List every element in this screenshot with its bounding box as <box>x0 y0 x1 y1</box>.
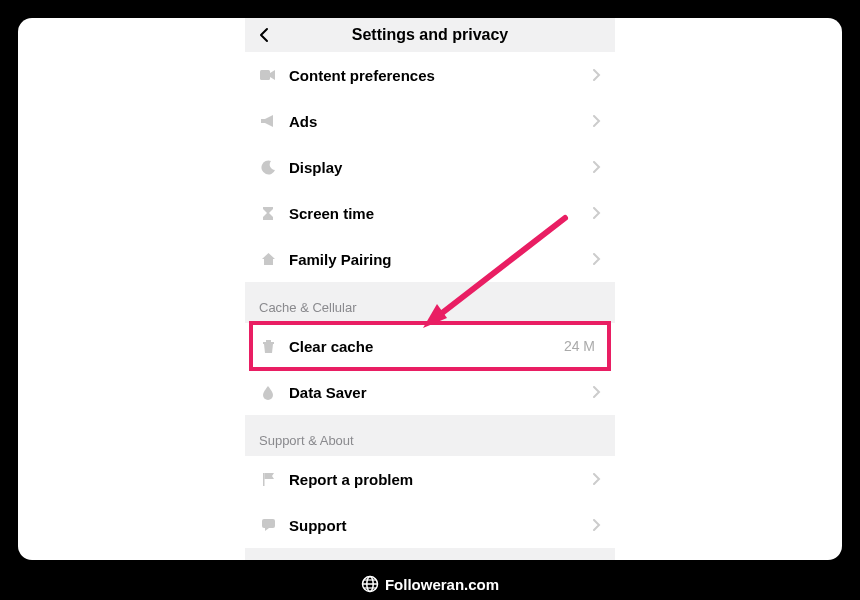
chevron-right-icon <box>593 473 601 485</box>
moon-icon <box>259 158 277 176</box>
settings-group-cache: Clear cache 24 M Data Saver <box>245 323 615 415</box>
row-screen-time[interactable]: Screen time <box>245 190 615 236</box>
row-report-problem[interactable]: Report a problem <box>245 456 615 502</box>
drop-icon <box>259 383 277 401</box>
row-label: Content preferences <box>289 67 593 84</box>
chevron-right-icon <box>593 161 601 173</box>
cache-size-value: 24 M <box>564 338 595 354</box>
row-label: Report a problem <box>289 471 593 488</box>
hourglass-icon <box>259 204 277 222</box>
chevron-right-icon <box>593 253 601 265</box>
page-title: Settings and privacy <box>352 26 509 44</box>
phone-frame: Settings and privacy Content preferences… <box>245 18 615 560</box>
row-label: Family Pairing <box>289 251 593 268</box>
globe-icon <box>361 575 379 593</box>
chevron-right-icon <box>593 207 601 219</box>
watermark-footer: Followeran.com <box>0 568 860 600</box>
trash-icon <box>259 337 277 355</box>
section-header-cache: Cache & Cellular <box>245 282 615 323</box>
home-icon <box>259 250 277 268</box>
row-label: Clear cache <box>289 338 564 355</box>
svg-rect-1 <box>263 342 274 344</box>
svg-rect-0 <box>260 70 270 80</box>
row-label: Data Saver <box>289 384 593 401</box>
settings-header: Settings and privacy <box>245 18 615 52</box>
row-data-saver[interactable]: Data Saver <box>245 369 615 415</box>
video-camera-icon <box>259 66 277 84</box>
megaphone-icon <box>259 112 277 130</box>
row-label: Support <box>289 517 593 534</box>
settings-list: Content preferences Ads Display Screen t… <box>245 52 615 548</box>
row-label: Screen time <box>289 205 593 222</box>
screenshot-viewport: Settings and privacy Content preferences… <box>18 18 842 560</box>
row-support[interactable]: Support <box>245 502 615 548</box>
back-button[interactable] <box>255 25 275 45</box>
chevron-left-icon <box>257 27 273 43</box>
svg-rect-2 <box>266 340 271 342</box>
row-content-preferences[interactable]: Content preferences <box>245 52 615 98</box>
settings-group-content: Content preferences Ads Display Screen t… <box>245 52 615 282</box>
row-display[interactable]: Display <box>245 144 615 190</box>
svg-rect-4 <box>262 519 275 528</box>
chat-icon <box>259 516 277 534</box>
watermark-text: Followeran.com <box>385 576 499 593</box>
flag-icon <box>259 470 277 488</box>
row-ads[interactable]: Ads <box>245 98 615 144</box>
chevron-right-icon <box>593 386 601 398</box>
chevron-right-icon <box>593 115 601 127</box>
svg-rect-3 <box>263 473 265 486</box>
row-clear-cache[interactable]: Clear cache 24 M <box>245 323 615 369</box>
settings-group-support: Report a problem Support <box>245 456 615 548</box>
row-label: Display <box>289 159 593 176</box>
chevron-right-icon <box>593 519 601 531</box>
row-label: Ads <box>289 113 593 130</box>
chevron-right-icon <box>593 69 601 81</box>
row-family-pairing[interactable]: Family Pairing <box>245 236 615 282</box>
section-header-support: Support & About <box>245 415 615 456</box>
